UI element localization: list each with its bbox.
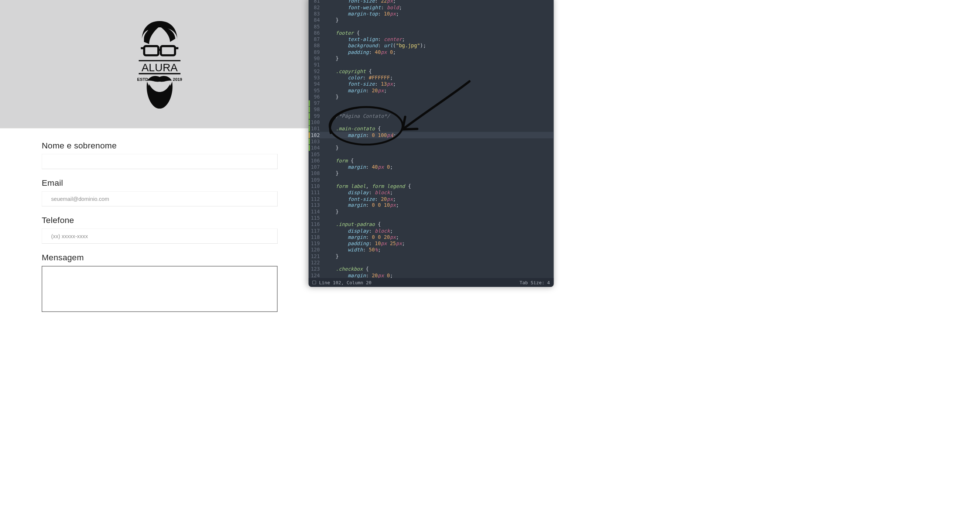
line-number: 101 [309,126,324,132]
code-text[interactable]: font-weight: bold; [323,5,402,10]
message-textarea[interactable] [42,266,277,312]
code-text[interactable]: display: block; [323,228,393,234]
editor-statusbar: Line 102, Column 20 Tab Size: 4 [309,278,554,287]
code-text[interactable]: padding: 40px 0; [323,49,396,55]
line-number: 116 [309,221,324,227]
code-line[interactable]: 86 footer { [309,30,554,36]
code-line[interactable]: 105 [309,151,554,157]
code-line[interactable]: 94 font-size: 13px; [309,81,554,87]
line-number: 118 [309,234,324,240]
code-text[interactable]: margin: 20px 0; [323,272,393,278]
code-text[interactable]: color: #FFFFFF; [323,75,393,81]
code-text[interactable]: display: block; [323,190,393,196]
phone-label: Telefone [42,216,277,225]
code-text[interactable]: margin: 0 0 10px; [323,202,399,208]
code-text[interactable]: background: url("bg.jpg"); [323,43,426,49]
code-text[interactable]: .copyright { [323,68,372,74]
code-text[interactable]: } [323,254,339,259]
code-line[interactable]: 97 [309,100,554,107]
code-text[interactable]: width: 50%; [323,247,381,253]
diff-mark-icon [309,113,310,119]
code-text[interactable]: } [323,209,339,215]
code-line[interactable]: 96 } [309,94,554,100]
code-line[interactable]: 109 [309,177,554,183]
code-line[interactable]: 102 margin: 0 100px; [309,132,554,138]
code-text[interactable]: } [323,170,339,177]
line-number: 109 [309,177,324,183]
code-text[interactable]: .checkbox { [323,266,369,272]
phone-input[interactable] [42,229,277,244]
code-line[interactable]: 108 } [309,170,554,177]
code-text[interactable]: margin: 0 100px; [323,132,396,138]
code-line[interactable]: 116 .input-padrao { [309,221,554,227]
code-text[interactable]: margin: 40px 0; [323,164,393,170]
code-text[interactable]: } [323,56,339,62]
code-line[interactable]: 88 background: url("bg.jpg"); [309,43,554,49]
code-line[interactable]: 123 .checkbox { [309,266,554,272]
code-line[interactable]: 84 } [309,17,554,23]
code-text[interactable]: margin: 0 0 20px; [323,234,399,240]
code-line[interactable]: 113 margin: 0 0 10px; [309,202,554,208]
code-area[interactable]: 81 font-size: 22px;82 font-weight: bold;… [309,0,554,278]
code-line[interactable]: 99 /*Página Contato*/ [309,113,554,119]
code-line[interactable]: 100 [309,119,554,126]
code-editor[interactable]: 81 font-size: 22px;82 font-weight: bold;… [309,0,554,287]
code-line[interactable]: 120 width: 50%; [309,247,554,253]
code-line[interactable]: 111 display: block; [309,189,554,196]
code-line[interactable]: 82 font-weight: bold; [309,5,554,11]
code-text[interactable]: /*Página Contato*/ [323,113,390,119]
code-line[interactable]: 91 [309,62,554,68]
code-line[interactable]: 107 margin: 40px 0; [309,164,554,170]
line-number: 105 [309,151,324,157]
line-number: 104 [309,145,324,151]
code-line[interactable]: 98 [309,107,554,113]
code-line[interactable]: 121 } [309,253,554,259]
code-line[interactable]: 118 margin: 0 0 20px; [309,234,554,240]
code-text[interactable]: .main-contato { [323,126,381,132]
code-line[interactable]: 112 font-size: 20px; [309,196,554,202]
line-number: 108 [309,170,324,177]
code-line[interactable]: 110 form label, form legend { [309,183,554,189]
code-text[interactable]: padding: 10px 25px; [323,241,405,247]
code-line[interactable]: 83 margin-top: 10px; [309,11,554,17]
code-line[interactable]: 106 form { [309,157,554,164]
code-text[interactable]: margin: 20px; [323,87,387,94]
code-line[interactable]: 104 } [309,145,554,151]
code-text[interactable]: } [323,94,339,100]
code-line[interactable]: 89 padding: 40px 0; [309,49,554,56]
code-line[interactable]: 103 [309,138,554,145]
code-line[interactable]: 90 } [309,56,554,62]
code-text[interactable]: font-size: 22px; [323,0,396,4]
code-text[interactable]: font-size: 20px; [323,196,396,202]
code-text[interactable]: font-size: 13px; [323,81,396,87]
code-text[interactable]: footer { [323,30,360,36]
code-line[interactable]: 92 .copyright { [309,68,554,74]
page-header: ALURA ESTD 2019 [0,0,319,128]
email-input[interactable] [42,191,277,207]
code-text[interactable]: } [323,145,339,151]
code-line[interactable]: 95 margin: 20px; [309,87,554,94]
code-text[interactable]: text-align: center; [323,37,405,43]
code-line[interactable]: 122 [309,259,554,266]
line-number: 96 [309,94,324,100]
code-line[interactable]: 101 .main-contato { [309,126,554,132]
code-line[interactable]: 117 display: block; [309,228,554,234]
status-checkbox-icon[interactable] [312,281,316,284]
code-text[interactable]: form label, form legend { [323,183,411,189]
code-text[interactable]: form { [323,157,354,164]
code-line[interactable]: 115 [309,215,554,221]
code-text[interactable]: .input-padrao { [323,221,381,227]
code-line[interactable]: 114 } [309,208,554,215]
code-text[interactable]: margin-top: 10px; [323,11,399,17]
tab-size-indicator[interactable]: Tab Size: 4 [520,280,550,285]
code-line[interactable]: 85 [309,23,554,30]
name-input[interactable] [42,154,277,169]
code-line[interactable]: 119 padding: 10px 25px; [309,240,554,247]
code-line[interactable]: 124 margin: 20px 0; [309,272,554,278]
line-number: 112 [309,196,324,202]
code-text[interactable]: } [323,17,339,23]
line-number: 107 [309,164,324,170]
code-line[interactable]: 93 color: #FFFFFF; [309,75,554,81]
code-line[interactable]: 87 text-align: center; [309,36,554,43]
code-line[interactable]: 81 font-size: 22px; [309,0,554,5]
